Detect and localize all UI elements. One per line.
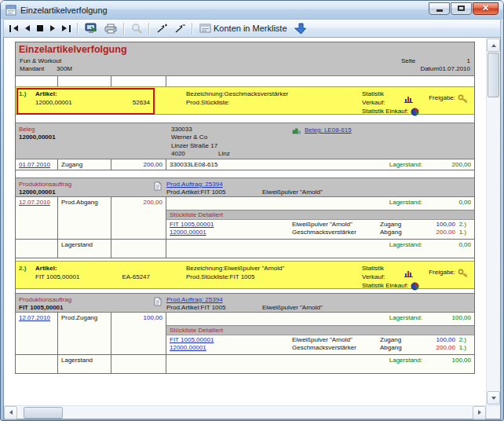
- artikel-2-code2: EA-65247: [122, 273, 153, 282]
- artikel-2-bezeichnung: Bezeichnung:Eiweißpulver "Arnold": [186, 265, 362, 273]
- artikel-2-number: 2.): [19, 265, 35, 288]
- bar-chart-icon[interactable]: [404, 95, 413, 103]
- key-icon[interactable]: [458, 269, 469, 277]
- statistik-verkauf-label: Statistik Verkauf:: [362, 265, 402, 282]
- pa-label: Produktionsauftrag: [19, 181, 154, 189]
- stk-ref: 1.): [455, 344, 471, 351]
- prod-artikel-name: Eiweißpulver "Arnold": [262, 304, 323, 312]
- search-button[interactable]: [128, 21, 145, 35]
- pa-nr: FIT 1005,00001: [19, 304, 154, 312]
- close-button[interactable]: ✕: [473, 2, 499, 15]
- nav-prev-button[interactable]: [22, 24, 33, 33]
- nav-first-button[interactable]: [6, 24, 21, 34]
- bewegung-type: Zugang: [57, 159, 111, 170]
- prod-artikel-name: Eiweißpulver "Arnold": [262, 189, 323, 196]
- stop-button[interactable]: [34, 24, 46, 33]
- artikel-label: Artikel:: [35, 265, 153, 273]
- lagerstand-value: 200,00: [433, 161, 471, 168]
- column-grid-row: [16, 76, 474, 86]
- stk-artikel-link[interactable]: 12000,00001: [170, 229, 206, 236]
- toolbar-separator: [123, 23, 125, 35]
- merkliste-label: Konten in Merkliste: [214, 24, 287, 33]
- pie-chart-icon[interactable]: [411, 282, 419, 291]
- report-viewport: Einzelartikelverfolgung Fun & Workout Ma…: [4, 38, 486, 405]
- key-icon[interactable]: [458, 94, 469, 103]
- nav-next-button[interactable]: [47, 24, 58, 33]
- horizontal-scrollbar[interactable]: [4, 405, 486, 419]
- app-icon: [5, 5, 16, 16]
- stk-artikel-link[interactable]: 12000,00001: [170, 344, 206, 351]
- datum-value: 01.07.2010: [439, 65, 470, 73]
- beleg-label: Beleg: [19, 126, 171, 134]
- close-icon: ✕: [482, 4, 489, 13]
- scroll-down-button[interactable]: [487, 391, 500, 405]
- stueckliste-box: Stückliste Detailiert FIT 1005,00001 Eiw…: [166, 325, 474, 351]
- bar-chart-icon[interactable]: [404, 269, 413, 277]
- kunde-name: Werner & Co: [171, 134, 230, 141]
- lagerstand-label: Lagerstand:: [389, 199, 422, 206]
- arrow-plus-icon: [156, 24, 167, 34]
- prev-page-icon: [25, 25, 30, 31]
- nav-last-button[interactable]: [59, 24, 74, 34]
- export-download-button[interactable]: [291, 21, 309, 36]
- scroll-up-button[interactable]: [487, 38, 500, 52]
- drilldown-add-button[interactable]: [153, 22, 170, 35]
- stk-type: Zugang: [380, 221, 421, 228]
- konten-merkliste-button[interactable]: Konten in Merkliste: [196, 22, 290, 35]
- stk-artikel-link[interactable]: FIT 1005,00001: [170, 221, 214, 228]
- vertical-scrollbar[interactable]: [486, 38, 500, 405]
- statistik-verkauf-label: Statistik Verkauf:: [362, 90, 402, 108]
- stueckliste-header: Stückliste Detailiert: [166, 210, 474, 220]
- vertical-scroll-thumb[interactable]: [488, 53, 499, 97]
- kunde-ort: Linz: [218, 150, 230, 158]
- maximize-button[interactable]: [451, 2, 472, 15]
- stk-artikel-name: Geschmacksverstärker: [292, 229, 380, 236]
- artikel-2-band: 2.) Artikel: FIT 1005,00001 EA-65247 Bez…: [16, 261, 474, 289]
- lagerstand-label: Lagerstand:: [389, 241, 422, 248]
- document-icon: [154, 297, 162, 306]
- refresh-preview-button[interactable]: [82, 21, 100, 35]
- company-name: Fun & Workout: [20, 57, 72, 65]
- date-link[interactable]: 12.07.2010: [19, 199, 50, 206]
- date-link[interactable]: 01.07.2010: [19, 161, 50, 168]
- artikel-1-prod-stueckliste: Prod.Stückliste:: [186, 99, 362, 108]
- scroll-right-button[interactable]: [473, 406, 486, 419]
- report-client-area: Einzelartikelverfolgung Fun & Workout Ma…: [3, 38, 501, 419]
- prod-auftrag-link[interactable]: Prod.Auftrag: 25394: [166, 181, 223, 188]
- date-link[interactable]: 12.07.2010: [19, 314, 50, 321]
- minimize-button[interactable]: [429, 2, 450, 15]
- prod-auftrag-link[interactable]: Prod.Auftrag: 25394: [166, 296, 223, 303]
- stk-amount: 200,00: [421, 344, 455, 351]
- horizontal-scroll-thumb[interactable]: [24, 407, 63, 419]
- stk-artikel-name: Eiweißpulver "Arnold": [292, 336, 380, 343]
- drilldown-remove-button[interactable]: [171, 22, 188, 35]
- bewegung-ref: 330033LE08-615: [170, 161, 217, 168]
- stk-ref: 2.): [455, 336, 471, 343]
- app-window: Einzelartikelverfolgung ✕: [0, 0, 504, 421]
- stk-ref: 2.): [455, 221, 471, 228]
- kunde-plz: 4020: [171, 150, 218, 158]
- stueckliste-row: 12000,00001 Geschmacksverstärker Abgang …: [166, 343, 474, 351]
- lagerstand-label: Lagerstand:: [389, 314, 422, 321]
- up-arrow-icon: [491, 44, 496, 47]
- lagerstand-label: Lagerstand:: [389, 357, 422, 364]
- bewegung-row-prod-zugang: 12.07.2010 Prod.Zugang 100,00 Lagerstand…: [16, 313, 474, 354]
- report-page: Einzelartikelverfolgung Fun & Workout Ma…: [15, 42, 475, 374]
- right-arrow-icon: [478, 410, 481, 415]
- lagerstand-row-label: Lagerstand: [57, 240, 111, 258]
- merkliste-icon: [199, 24, 211, 33]
- scroll-left-button[interactable]: [4, 406, 17, 419]
- magnifier-icon: [131, 23, 142, 34]
- print-button[interactable]: [101, 22, 120, 35]
- beleg-link[interactable]: Beleg: LE08-615: [305, 126, 352, 134]
- stueckliste-box: Stückliste Detailiert FIT 1005,00001 Eiw…: [166, 210, 474, 236]
- datum-label: Datum: [420, 65, 439, 73]
- artikel-1-bezeichnung: Bezeichnung:Geschmacksverstärker: [186, 90, 362, 99]
- stk-ref: 1.): [455, 229, 471, 236]
- beleg-chart-icon: [292, 127, 301, 134]
- stk-artikel-link[interactable]: FIT 1005,00001: [170, 336, 214, 343]
- kunde-strasse: Linzer Straße 17: [171, 142, 230, 150]
- lagerstand-value: 0,00: [433, 199, 471, 206]
- left-arrow-icon: [9, 410, 13, 415]
- pie-chart-icon[interactable]: [411, 108, 419, 116]
